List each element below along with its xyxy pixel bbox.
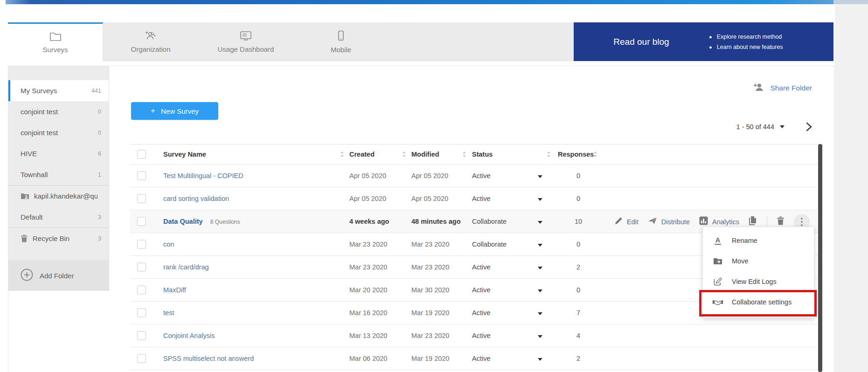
shared-folder-user-icon xyxy=(21,193,29,200)
survey-name-link[interactable]: SPSS multiselect not answerd xyxy=(163,355,254,362)
folder-count: 0 xyxy=(98,130,101,136)
edit-button[interactable]: Edit xyxy=(615,217,639,227)
row-checkbox[interactable] xyxy=(137,331,146,340)
row-checkbox[interactable] xyxy=(137,194,146,203)
trash-icon xyxy=(21,234,28,242)
status-dropdown-caret[interactable] xyxy=(538,332,542,339)
survey-name-link[interactable]: card sorting validation xyxy=(163,195,229,202)
row-checkbox[interactable] xyxy=(137,240,146,249)
menu-item-collaborate-settings[interactable]: Collaborate settings xyxy=(703,292,814,312)
status-dropdown-caret[interactable] xyxy=(538,286,542,294)
status-dropdown-caret[interactable] xyxy=(538,195,542,202)
created-date: Mar 13 2020 xyxy=(349,332,387,339)
modified-date: Mar 19 2020 xyxy=(411,309,449,317)
add-person-icon xyxy=(753,83,764,93)
page-size-caret-icon[interactable] xyxy=(780,125,785,128)
sidebar-item-my-surveys[interactable]: My Surveys 441 xyxy=(8,80,109,101)
move-folder-icon xyxy=(712,257,723,265)
sidebar-item-folder[interactable]: Townhall 1 xyxy=(8,164,109,185)
created-date: Apr 05 2020 xyxy=(349,195,386,202)
row-checkbox[interactable] xyxy=(137,309,146,317)
sidebar-item-folder[interactable]: Default 3 xyxy=(8,207,109,227)
modified-date: Apr 05 2020 xyxy=(411,172,448,179)
responses-count: 4 xyxy=(563,332,594,339)
status-dropdown-caret[interactable] xyxy=(538,241,542,248)
folder-label: HIVE xyxy=(21,150,94,158)
table-row: SPSS multiselect not answerd Mar 06 2020… xyxy=(130,347,818,370)
copy-survey-button[interactable] xyxy=(749,216,757,227)
menu-item-move[interactable]: Move xyxy=(703,251,814,271)
sort-icon[interactable] xyxy=(462,151,466,158)
select-all-checkbox[interactable] xyxy=(137,150,146,159)
responses-count: 0 xyxy=(563,195,594,202)
menu-item-rename[interactable]: A Rename xyxy=(703,230,814,251)
blog-banner[interactable]: Read our blog ● Explore research method … xyxy=(574,22,833,61)
share-folder-button[interactable]: Share Folder xyxy=(753,83,812,93)
share-folder-label: Share Folder xyxy=(770,84,812,92)
handshake-icon xyxy=(712,298,723,306)
sort-icon[interactable] xyxy=(547,151,551,158)
vertical-dots-icon xyxy=(801,218,803,226)
survey-name-link[interactable]: Data Quality xyxy=(163,218,203,225)
status-dropdown-caret[interactable] xyxy=(538,263,542,271)
sidebar-item-shared-account[interactable]: kapil.khandekar@que... xyxy=(8,186,109,207)
survey-name-link[interactable]: Test Multilingual - COPIED xyxy=(163,172,243,179)
modified-date: Mar 30 2020 xyxy=(411,286,449,294)
row-checkbox[interactable] xyxy=(137,217,146,226)
bullet-dot-icon: ● xyxy=(709,34,712,40)
tab-organization[interactable]: Organization xyxy=(103,22,198,61)
column-header-responses[interactable]: Responses xyxy=(558,151,594,158)
next-page-icon[interactable] xyxy=(806,122,812,131)
sidebar-item-folder[interactable]: conjoint test 0 xyxy=(8,122,109,143)
row-context-menu: A Rename Move Vi xyxy=(702,227,814,318)
delete-survey-button[interactable] xyxy=(777,216,785,227)
sidebar-item-folder[interactable]: HIVE 6 xyxy=(8,143,109,164)
bullet-dot-icon: ● xyxy=(709,44,712,50)
tab-label: Organization xyxy=(131,45,170,53)
row-checkbox[interactable] xyxy=(137,172,146,180)
analytics-label: Analytics xyxy=(712,218,739,226)
add-folder-button[interactable]: Add Folder xyxy=(8,260,109,291)
survey-name-link[interactable]: MaxDiff xyxy=(163,286,186,294)
sidebar-item-folder[interactable]: conjoint test 0 xyxy=(8,101,109,122)
actions-divider xyxy=(767,216,767,227)
column-header-modified[interactable]: Modified xyxy=(411,151,439,158)
survey-name-link[interactable]: rank /card/drag xyxy=(163,263,209,271)
status-text: Active xyxy=(472,286,491,294)
table-scrollbar[interactable] xyxy=(818,144,822,372)
menu-item-view-edit-logs[interactable]: View Edit Logs xyxy=(703,271,814,292)
bar-chart-icon xyxy=(699,216,708,227)
status-text: Collaborate xyxy=(472,218,507,225)
row-checkbox[interactable] xyxy=(137,263,146,272)
column-header-status[interactable]: Status xyxy=(472,151,493,158)
sort-icon[interactable] xyxy=(340,151,344,158)
sort-icon[interactable] xyxy=(593,151,597,158)
table-header-row: Survey Name Created Modified Status Resp… xyxy=(130,144,818,165)
sidebar-item-recycle-bin[interactable]: Recycle Bin 3 xyxy=(8,228,109,249)
pencil-icon xyxy=(615,217,623,227)
column-header-created[interactable]: Created xyxy=(349,151,375,158)
responses-count: 2 xyxy=(563,355,594,362)
survey-name-link[interactable]: test xyxy=(163,309,174,317)
survey-name-link[interactable]: con xyxy=(163,241,174,248)
tab-mobile[interactable]: Mobile xyxy=(293,22,389,61)
tab-surveys[interactable]: Surveys xyxy=(8,22,103,61)
tab-usage-dashboard[interactable]: Usage Dashboard xyxy=(198,22,293,61)
survey-name-link[interactable]: Conjoint Analysis xyxy=(163,332,215,339)
paper-plane-icon xyxy=(648,217,657,227)
status-dropdown-caret[interactable] xyxy=(538,309,542,317)
blog-banner-title[interactable]: Read our blog xyxy=(574,37,709,47)
bullet-text: Explore research method xyxy=(717,34,782,40)
status-dropdown-caret[interactable] xyxy=(538,218,542,225)
analytics-button[interactable]: Analytics xyxy=(699,216,739,227)
row-checkbox[interactable] xyxy=(137,286,146,295)
status-dropdown-caret[interactable] xyxy=(538,355,542,362)
responses-count: 0 xyxy=(563,241,594,248)
sort-icon[interactable] xyxy=(402,151,406,158)
question-count-label: 8 Questions xyxy=(210,219,240,225)
new-survey-button[interactable]: + New Survey xyxy=(131,102,218,120)
status-dropdown-caret[interactable] xyxy=(538,172,542,179)
column-header-survey-name[interactable]: Survey Name xyxy=(163,151,206,158)
row-checkbox[interactable] xyxy=(137,354,146,363)
distribute-button[interactable]: Distribute xyxy=(648,217,690,227)
